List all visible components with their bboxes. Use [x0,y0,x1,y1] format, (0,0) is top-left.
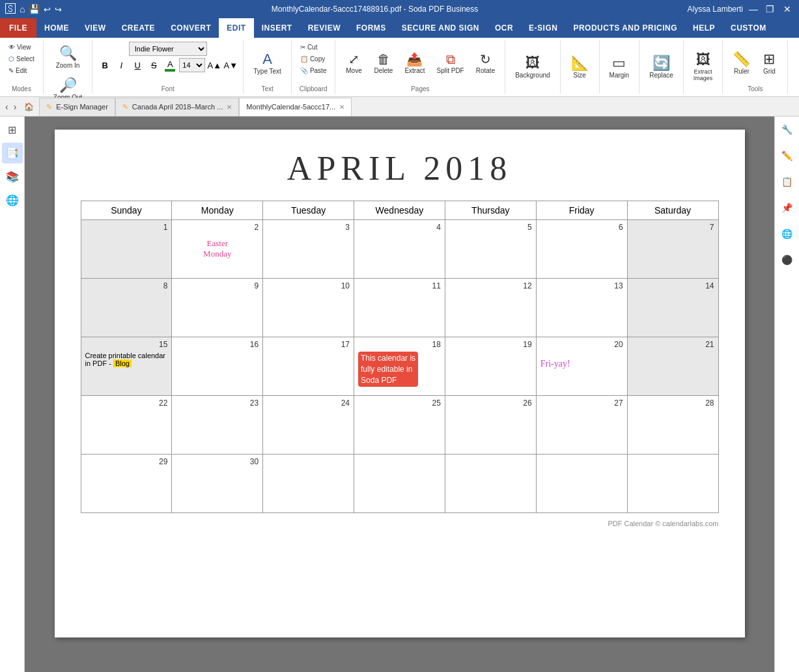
text-color-button[interactable]: A [163,58,177,72]
replace-button[interactable]: 🔄 Replace [645,51,678,82]
view-mode-button[interactable]: 👁 View [5,42,35,53]
tab-canada[interactable]: ✎ Canada April 2018–March ... ✕ [115,98,239,116]
cut-button[interactable]: ✂ Cut [297,42,330,53]
split-pdf-icon: ⧉ [446,52,455,67]
day-15-event: Create printable calendar in PDF - Blog [85,352,168,367]
sidebar-tools-button[interactable]: 🔧 [777,119,798,140]
tab-edit[interactable]: EDIT [219,18,253,38]
tools-buttons: 📏 Ruler ⊞ Grid [728,42,782,84]
tab-file[interactable]: FILE [0,18,36,38]
extract-icon: 📤 [406,51,423,67]
minimize-button[interactable]: — [747,3,760,16]
calendar-copyright: PDF Calendar © calendarlabs.com [81,520,719,527]
ribbon-group-modes: 👁 View ⬡ Select ✎ Edit Modes [0,40,44,94]
split-pdf-button[interactable]: ⧉ Split PDF [432,49,469,77]
edit-mode-icon: ✎ [8,67,14,74]
size-icon: 📐 [571,55,589,72]
tab-forms[interactable]: FORMS [348,18,394,38]
esign-tab-icon: ✎ [46,103,52,111]
select-mode-button[interactable]: ⬡ Select [5,53,38,64]
underline-button[interactable]: U [130,58,145,72]
sidebar-btn-web[interactable]: 🌐 [2,189,23,210]
maximize-button[interactable]: ❐ [764,3,777,16]
ribbon-content: 👁 View ⬡ Select ✎ Edit Modes 🔍 Zoom In [0,38,799,96]
rotate-button[interactable]: ↻ Rotate [471,48,499,77]
background-button[interactable]: 🖼 Background [511,51,554,82]
sidebar-clipboard-button[interactable]: 📋 [777,171,798,192]
paste-icon: 📎 [300,67,308,74]
tab-esign[interactable]: E-SIGN [521,18,565,38]
margin-button[interactable]: ▭ Margin [605,51,634,82]
tab-help[interactable]: HELP [685,18,723,38]
edit-mode-button[interactable]: ✎ Edit [5,65,30,76]
bold-button[interactable]: B [98,58,112,72]
font-size-increase-button[interactable]: A▲ [207,58,221,72]
zoom-in-icon: 🔍 [59,45,77,62]
paste-button[interactable]: 📎 Paste [297,65,330,76]
day-2: 2 EasterMonday [172,220,263,279]
type-text-icon: A [262,51,272,68]
tab-back-button[interactable]: ‹ [3,100,11,113]
monthly-tab-label: MonthlyCalendar-5accc17... [246,103,335,111]
extract-button[interactable]: 📤 Extract [400,48,429,77]
undo-icon[interactable]: ↩ [44,5,51,14]
font-size-decrease-button[interactable]: A▼ [223,58,238,72]
tab-ocr[interactable]: OCR [487,18,521,38]
home-tab-button[interactable]: 🏠 [19,100,39,114]
delete-button[interactable]: 🗑 Delete [369,49,397,77]
sidebar-btn-thumbnails[interactable]: ⊞ [2,119,23,140]
tab-home[interactable]: HOME [36,18,77,38]
pages-label: Pages [411,84,429,92]
view-icon: 👁 [8,44,15,51]
ribbon-group-size: 📐 Size [561,40,600,94]
tab-esign-manager[interactable]: ✎ E-Sign Manager [39,98,115,116]
tab-custom[interactable]: CUSTOM [723,18,774,38]
tab-insert[interactable]: INSERT [254,18,300,38]
sidebar-annotate-button[interactable]: ✏️ [777,145,798,166]
tab-secure[interactable]: SECURE AND SIGN [394,18,487,38]
ribbon-group-tools: 📏 Ruler ⊞ Grid Tools [723,40,788,94]
tab-view[interactable]: VIEW [77,18,114,38]
zoom-in-button[interactable]: 🔍 Zoom In [51,42,85,72]
ruler-icon: 📏 [733,51,750,68]
title-bar: 🅂 ⌂ 💾 ↩ ↪ MonthlyCalendar-5accc17488916.… [0,0,799,18]
ruler-button[interactable]: 📏 Ruler [728,48,755,78]
close-button[interactable]: ✕ [781,3,794,16]
pages-buttons: ⤢ Move 🗑 Delete 📤 Extract ⧉ Split PDF ↻ [341,42,499,84]
day-27: 27 [536,396,627,455]
strikethrough-button[interactable]: S [147,58,161,72]
close-canada-tab-button[interactable]: ✕ [227,104,232,111]
tab-bar: ‹ › 🏠 ✎ E-Sign Manager ✎ Canada April 20… [0,97,799,117]
tab-monthly-calendar[interactable]: MonthlyCalendar-5accc17... ✕ [239,98,352,116]
day-1: 1 [81,220,172,279]
tab-convert[interactable]: CONVERT [163,18,219,38]
font-family-select[interactable]: Indie Flower [129,42,207,56]
day-22: 22 [81,396,172,455]
type-text-button[interactable]: A Type Text [249,48,286,78]
text-buttons: A Type Text [249,42,286,84]
day-18: 18 This calendar isfully editable inSoda… [354,337,445,396]
save-icon: 💾 [29,4,40,14]
sidebar-pin-button[interactable]: 📌 [777,197,798,218]
grid-button[interactable]: ⊞ Grid [756,48,782,78]
redo-icon[interactable]: ↪ [55,5,62,14]
copy-button[interactable]: 📋 Copy [297,53,330,64]
move-button[interactable]: ⤢ Move [341,48,367,77]
sidebar-web-button[interactable]: 🌐 [777,223,798,244]
font-size-select[interactable]: 14 [179,58,205,72]
tab-create[interactable]: CREATE [114,18,163,38]
day-29: 29 [81,455,172,513]
size-button[interactable]: 📐 Size [567,51,593,82]
day-4: 4 [354,220,445,279]
day-21: 21 [627,337,718,396]
italic-button[interactable]: I [114,58,128,72]
tab-products[interactable]: PRODUCTS AND PRICING [565,18,685,38]
tab-forward-button[interactable]: › [11,100,20,113]
sidebar-circle-button[interactable]: ⚫ [777,249,798,270]
close-monthly-tab-button[interactable]: ✕ [339,104,344,111]
sidebar-btn-bookmarks[interactable]: 📑 [2,143,23,163]
sidebar-btn-layers[interactable]: 📚 [2,166,23,187]
tab-review[interactable]: REVIEW [300,18,348,38]
delete-icon: 🗑 [377,52,390,67]
extract-images-button[interactable]: 🖼 ExtractImages [689,48,718,85]
